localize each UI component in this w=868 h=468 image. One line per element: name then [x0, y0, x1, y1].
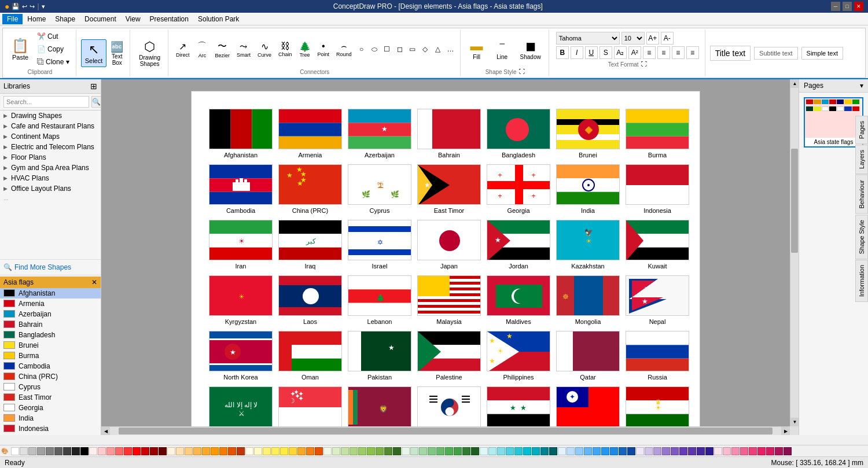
color-swatch[interactable]: [115, 447, 123, 455]
fill-button[interactable]: ▬ Fill: [465, 36, 488, 63]
shape-diamond[interactable]: ◇: [420, 44, 431, 54]
scroll-left-arrow[interactable]: ◀: [101, 427, 110, 435]
sidebar-flag-burma[interactable]: Burma: [0, 351, 101, 361]
scroll-up-arrow[interactable]: ▲: [790, 79, 799, 88]
textbox-button[interactable]: 🔤 Text Box: [108, 39, 126, 68]
flag-cell-malaysia[interactable]: ★Malaysia: [417, 275, 481, 325]
flag-cell-armenia[interactable]: Armenia: [278, 109, 342, 159]
shadow-button[interactable]: ◼ Shadow: [516, 36, 545, 63]
color-swatch[interactable]: [280, 447, 288, 455]
flag-cell-north-korea[interactable]: ★North Korea: [209, 331, 273, 381]
flag-cell-taiwan[interactable]: ✦Taiwan: [556, 386, 620, 426]
quick-access-save[interactable]: 💾: [12, 3, 20, 10]
sidebar-flag-azerbaijan[interactable]: Azerbaijan: [0, 309, 101, 319]
curve-button[interactable]: ∿ Curve: [255, 39, 274, 60]
shape-ellipse[interactable]: ⬭: [369, 44, 380, 54]
flag-cell-philippines[interactable]: ☀★★★Philippines: [487, 331, 550, 381]
italic-button[interactable]: I: [571, 46, 583, 59]
horizontal-scrollbar[interactable]: ◀ ▶: [101, 426, 790, 435]
search-button[interactable]: 🔍: [91, 96, 101, 108]
underline-button[interactable]: U: [585, 46, 598, 59]
menu-solution-park[interactable]: Solution Park: [193, 14, 244, 24]
color-swatch[interactable]: [219, 447, 227, 455]
color-swatch[interactable]: [410, 447, 418, 455]
flag-cell-palestine[interactable]: Palestine: [417, 331, 481, 381]
color-swatch[interactable]: [480, 447, 488, 455]
color-swatch[interactable]: [688, 447, 696, 455]
color-swatch[interactable]: [540, 447, 549, 455]
shape-more[interactable]: …: [445, 44, 457, 54]
shape-style-expand[interactable]: ⛶: [519, 68, 525, 75]
color-swatch[interactable]: [662, 447, 670, 455]
canvas-area[interactable]: AfghanistanArmenia★AzerbaijanBahrainBang…: [101, 79, 799, 435]
flag-cell-saudi-arabia[interactable]: لا إله إلا الله⚔Saudi Arabia: [209, 386, 273, 426]
tab-layers[interactable]: Layers: [855, 145, 868, 174]
color-swatch[interactable]: [245, 447, 253, 455]
color-swatch[interactable]: [211, 447, 219, 455]
color-swatch[interactable]: [740, 447, 748, 455]
flag-cell-iraq[interactable]: كبرIraq: [278, 220, 342, 270]
maximize-button[interactable]: □: [843, 2, 852, 11]
sidebar-flag-iran[interactable]: Iran: [0, 434, 101, 436]
chain-button[interactable]: ⛓ Chain: [275, 39, 295, 59]
sidebar-flag-bangladesh[interactable]: Bangladesh: [0, 330, 101, 340]
flag-cell-georgia[interactable]: ++++Georgia: [487, 164, 550, 214]
flag-cell-east-timor[interactable]: ★East Timor: [417, 164, 481, 214]
color-swatch[interactable]: [697, 447, 705, 455]
tree-button[interactable]: 🌲 Tree: [296, 39, 314, 60]
line-button[interactable]: ⁻ Line: [491, 36, 514, 63]
color-swatch[interactable]: [419, 447, 427, 455]
align-left[interactable]: ≡: [643, 46, 656, 59]
font-size-increase[interactable]: A+: [646, 32, 659, 45]
bold-button[interactable]: B: [556, 46, 569, 59]
shape-circle[interactable]: ○: [356, 44, 367, 54]
color-swatch[interactable]: [20, 447, 28, 455]
color-swatch[interactable]: [627, 447, 635, 455]
color-swatch[interactable]: [106, 447, 115, 455]
bezier-button[interactable]: 〜 Bezier: [212, 39, 233, 60]
hscroll-thumb[interactable]: [119, 428, 773, 434]
color-swatch[interactable]: [202, 447, 210, 455]
quick-access-undo[interactable]: ↩: [22, 3, 27, 10]
color-swatch[interactable]: [176, 447, 184, 455]
menu-view[interactable]: View: [121, 14, 145, 24]
sidebar-flag-brunei[interactable]: Brunei: [0, 340, 101, 351]
lib-office[interactable]: ▶ Office Layout Plans: [0, 183, 101, 194]
color-swatch[interactable]: [714, 447, 722, 455]
search-input[interactable]: [3, 96, 89, 108]
flag-cell-azerbaijan[interactable]: ★Azerbaijan: [348, 109, 411, 159]
lib-drawing-shapes[interactable]: ▶ Drawing Shapes: [0, 110, 101, 121]
lib-gym[interactable]: ▶ Gym and Spa Area Plans: [0, 163, 101, 173]
tab-shape-style[interactable]: Shape Style: [855, 215, 868, 259]
color-swatch[interactable]: [645, 447, 653, 455]
color-swatch[interactable]: [367, 447, 375, 455]
color-swatch[interactable]: [636, 447, 644, 455]
quick-access-redo[interactable]: ↪: [30, 3, 35, 10]
flag-cell-iran[interactable]: ☀Iran: [209, 220, 273, 270]
color-swatch[interactable]: [506, 447, 514, 455]
flag-cell-bangladesh[interactable]: Bangladesh: [487, 109, 550, 159]
sidebar-flag-afghanistan[interactable]: Afghanistan: [0, 288, 101, 299]
color-swatch[interactable]: [454, 447, 462, 455]
find-more-shapes[interactable]: 🔍 Find More Shapes: [0, 261, 101, 274]
color-swatch[interactable]: [731, 447, 740, 455]
libraries-options[interactable]: ⊞: [90, 82, 97, 91]
color-swatch[interactable]: [428, 447, 436, 455]
smart-button[interactable]: ⤳ Smart: [234, 39, 253, 60]
color-swatch[interactable]: [167, 447, 175, 455]
shape-line[interactable]: ▭: [407, 44, 418, 54]
color-swatch[interactable]: [289, 447, 297, 455]
color-swatch[interactable]: [133, 447, 141, 455]
flag-cell-cambodia[interactable]: Cambodia: [209, 164, 273, 214]
canvas-scroll[interactable]: AfghanistanArmenia★AzerbaijanBahrainBang…: [101, 79, 790, 426]
scroll-right-arrow[interactable]: ▶: [781, 427, 790, 435]
vertical-scrollbar[interactable]: ▲ ▼: [790, 79, 799, 426]
strikethrough-button[interactable]: S: [599, 46, 612, 59]
color-swatch[interactable]: [671, 447, 679, 455]
flag-cell-nepal[interactable]: ☽★Nepal: [626, 275, 689, 325]
align-center[interactable]: ≡: [657, 46, 670, 59]
color-swatch[interactable]: [393, 447, 401, 455]
color-swatch[interactable]: [575, 447, 583, 455]
flag-cell-india[interactable]: India: [556, 164, 620, 214]
color-swatch[interactable]: [98, 447, 106, 455]
